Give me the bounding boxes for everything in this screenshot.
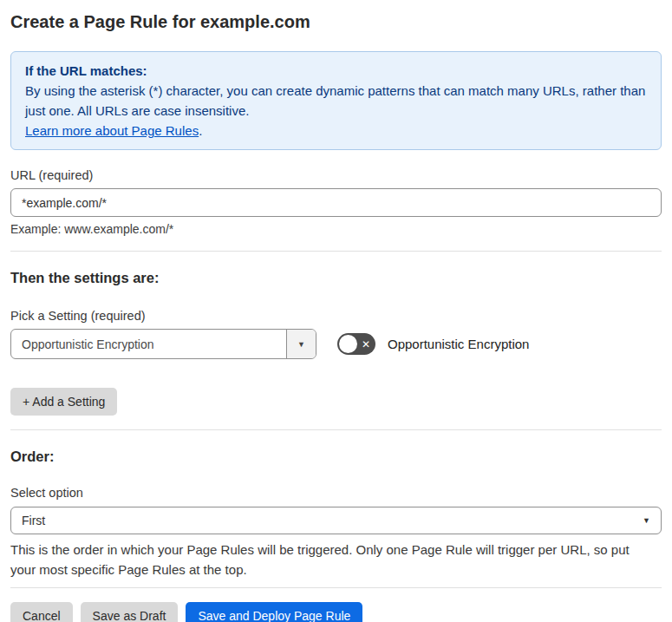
- setting-combobox-arrow-button[interactable]: ▼: [286, 330, 316, 358]
- order-select-value: First: [22, 514, 45, 527]
- footer-actions: Cancel Save as Draft Save and Deploy Pag…: [10, 602, 662, 622]
- order-select[interactable]: First ▼: [10, 507, 662, 534]
- page-title: Create a Page Rule for example.com: [10, 12, 662, 31]
- footer-divider: [10, 587, 662, 588]
- info-box-link-line: Learn more about Page Rules.: [25, 121, 647, 141]
- url-input[interactable]: [10, 188, 662, 217]
- learn-more-link[interactable]: Learn more about Page Rules: [25, 123, 199, 138]
- save-as-draft-button[interactable]: Save as Draft: [81, 602, 179, 622]
- toggle-knob: [339, 335, 357, 353]
- order-divider: [10, 429, 662, 430]
- pick-setting-label: Pick a Setting (required): [10, 309, 662, 323]
- url-field-label: URL (required): [10, 168, 662, 182]
- setting-combobox[interactable]: Opportunistic Encryption ▼: [10, 329, 316, 359]
- order-select-label: Select option: [10, 486, 662, 500]
- link-period: .: [199, 123, 202, 138]
- setting-row: Opportunistic Encryption ▼ ✕ Opportunist…: [10, 329, 662, 359]
- info-box-body: By using the asterisk (*) character, you…: [25, 81, 647, 121]
- chevron-down-icon: ▼: [297, 340, 305, 349]
- toggle-off-x-icon: ✕: [362, 339, 370, 350]
- info-box-heading: If the URL matches:: [25, 61, 647, 81]
- page-rule-form: Create a Page Rule for example.com If th…: [0, 12, 672, 622]
- order-section-heading: Order:: [10, 448, 662, 465]
- toggle-label: Opportunistic Encryption: [388, 337, 529, 351]
- save-and-deploy-button[interactable]: Save and Deploy Page Rule: [186, 602, 362, 622]
- order-help-text: This is the order in which your Page Rul…: [10, 540, 656, 579]
- section-divider: [10, 251, 662, 252]
- url-matches-info-box: If the URL matches: By using the asteris…: [10, 51, 662, 150]
- chevron-down-icon: ▼: [643, 516, 650, 525]
- url-example-text: Example: www.example.com/*: [10, 222, 662, 236]
- add-setting-button[interactable]: + Add a Setting: [10, 388, 117, 416]
- cancel-button[interactable]: Cancel: [10, 602, 73, 622]
- settings-section-heading: Then the settings are:: [10, 270, 662, 286]
- opportunistic-encryption-toggle[interactable]: ✕: [337, 333, 375, 355]
- setting-combobox-value: Opportunistic Encryption: [11, 330, 286, 358]
